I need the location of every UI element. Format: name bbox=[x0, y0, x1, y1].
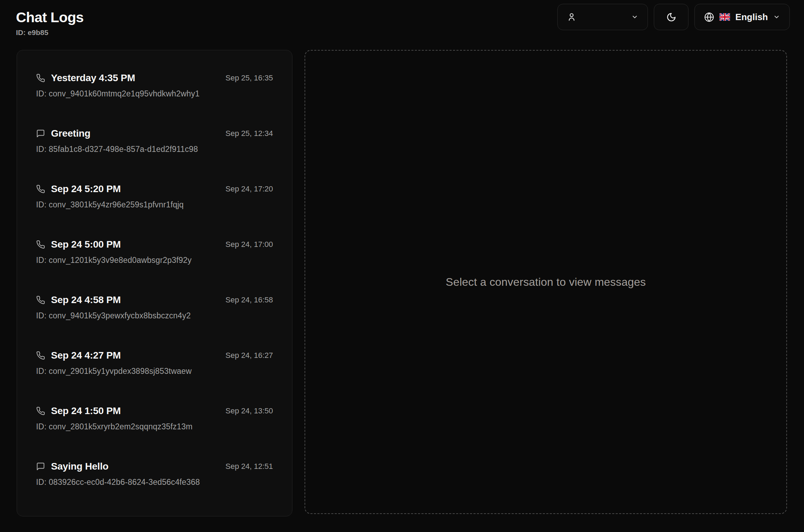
language-menu-button[interactable]: English bbox=[694, 4, 790, 30]
conversation-timestamp: Sep 24, 16:58 bbox=[225, 295, 273, 305]
language-menu-label: English bbox=[735, 12, 768, 23]
conversation-id: ID: conv_9401k60mtmq2e1q95vhdkwh2why1 bbox=[36, 89, 273, 99]
conversation-list-item[interactable]: Sep 24 4:27 PM Sep 24, 16:27 ID: conv_29… bbox=[26, 340, 283, 385]
chat-bubble-icon bbox=[36, 129, 45, 138]
header-controls: English bbox=[557, 4, 790, 30]
phone-icon bbox=[36, 406, 45, 415]
conversation-row: Sep 24 5:20 PM Sep 24, 17:20 bbox=[36, 183, 273, 195]
conversation-list-item[interactable]: Yesterday 4:35 PM Sep 25, 16:35 ID: conv… bbox=[26, 63, 283, 108]
phone-icon bbox=[36, 295, 45, 304]
conversation-row: Sep 24 1:50 PM Sep 24, 13:50 bbox=[36, 405, 273, 417]
globe-icon bbox=[704, 12, 714, 22]
conversation-list-item[interactable]: Greeting Sep 25, 12:34 ID: 85fab1c8-d327… bbox=[26, 118, 283, 163]
conversation-title: Saying Hello bbox=[51, 460, 109, 473]
top-bar: Chat Logs ID: e9b85 bbox=[0, 0, 804, 37]
conversation-timestamp: Sep 24, 13:50 bbox=[225, 406, 273, 416]
theme-toggle-button[interactable] bbox=[654, 4, 688, 30]
conversation-title: Sep 24 4:27 PM bbox=[51, 349, 121, 362]
phone-icon bbox=[36, 185, 45, 194]
conversation-list-item[interactable]: Sep 24 5:20 PM Sep 24, 17:20 ID: conv_38… bbox=[26, 174, 283, 219]
user-menu-button[interactable] bbox=[557, 4, 648, 30]
conversation-id: ID: conv_1201k5y3v9e8ed0awbsgr2p3f92y bbox=[36, 255, 273, 265]
conversation-list-item[interactable]: Sep 24 1:50 PM Sep 24, 13:50 ID: conv_28… bbox=[26, 396, 283, 441]
conversation-row: Sep 24 5:00 PM Sep 24, 17:00 bbox=[36, 238, 273, 251]
conversation-list-item[interactable]: Saying Hello Sep 24, 12:51 ID: 083926cc-… bbox=[26, 451, 283, 496]
conversation-timestamp: Sep 24, 16:27 bbox=[225, 351, 273, 360]
phone-icon bbox=[36, 74, 45, 83]
conversation-id: ID: 083926cc-ec0d-42b6-8624-3ed56c4fe368 bbox=[36, 477, 273, 487]
conversation-timestamp: Sep 25, 16:35 bbox=[225, 73, 273, 83]
chevron-down-icon bbox=[631, 14, 638, 20]
moon-icon bbox=[666, 12, 676, 22]
conversation-id: ID: conv_3801k5y4zr96e259s1pfvnr1fqjq bbox=[36, 200, 273, 210]
conversation-list-item[interactable]: Sep 24 4:58 PM Sep 24, 16:58 ID: conv_94… bbox=[26, 285, 283, 330]
conversation-timestamp: Sep 24, 17:20 bbox=[225, 184, 273, 194]
conversation-id: ID: conv_9401k5y3pewxfycbx8bsbczcn4y2 bbox=[36, 311, 273, 321]
conversation-timestamp: Sep 24, 17:00 bbox=[225, 240, 273, 249]
conversation-row: Yesterday 4:35 PM Sep 25, 16:35 bbox=[36, 72, 273, 84]
phone-icon bbox=[36, 351, 45, 360]
phone-icon bbox=[36, 240, 45, 249]
conversation-id: ID: conv_2901k5y1yvpdex3898sj853twaew bbox=[36, 366, 273, 376]
chevron-down-icon bbox=[773, 14, 780, 20]
main-content: Yesterday 4:35 PM Sep 25, 16:35 ID: conv… bbox=[0, 50, 804, 516]
messages-panel: Select a conversation to view messages bbox=[305, 50, 787, 514]
conversation-title: Sep 24 5:00 PM bbox=[51, 238, 121, 251]
conversation-id: ID: conv_2801k5xryrb2em2sqqnqz35fz13m bbox=[36, 422, 273, 432]
conversation-timestamp: Sep 25, 12:34 bbox=[225, 129, 273, 138]
conversation-title: Greeting bbox=[51, 127, 91, 140]
chat-bubble-icon bbox=[36, 462, 45, 471]
empty-state-message: Select a conversation to view messages bbox=[446, 276, 646, 289]
conversation-title: Sep 24 5:20 PM bbox=[51, 183, 121, 195]
conversation-row: Sep 24 4:58 PM Sep 24, 16:58 bbox=[36, 294, 273, 306]
conversation-list-panel: Yesterday 4:35 PM Sep 25, 16:35 ID: conv… bbox=[17, 50, 292, 516]
conversation-title: Sep 24 1:50 PM bbox=[51, 405, 121, 417]
uk-flag-icon bbox=[719, 13, 730, 21]
conversation-list-item[interactable]: Sep 24 5:00 PM Sep 24, 17:00 ID: conv_12… bbox=[26, 229, 283, 274]
conversation-title: Sep 24 4:58 PM bbox=[51, 294, 121, 306]
conversation-row: Sep 24 4:27 PM Sep 24, 16:27 bbox=[36, 349, 273, 362]
conversation-id: ID: 85fab1c8-d327-498e-857a-d1ed2f911c98 bbox=[36, 144, 273, 154]
conversation-row: Saying Hello Sep 24, 12:51 bbox=[36, 460, 273, 473]
conversation-title: Yesterday 4:35 PM bbox=[51, 72, 135, 84]
conversation-row: Greeting Sep 25, 12:34 bbox=[36, 127, 273, 140]
user-icon bbox=[567, 12, 576, 22]
conversation-timestamp: Sep 24, 12:51 bbox=[225, 462, 273, 471]
